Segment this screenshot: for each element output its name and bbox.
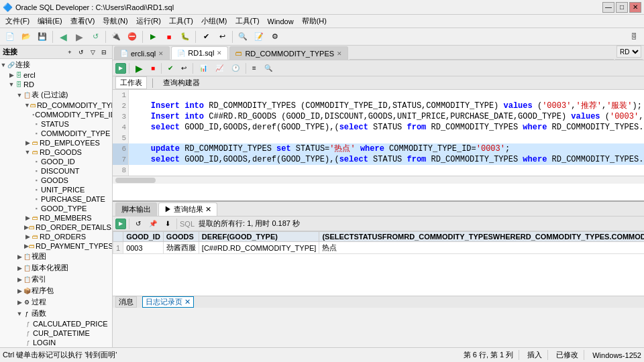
menu-help[interactable]: 帮助(H)	[298, 15, 331, 27]
msg-tab[interactable]: 消息	[115, 296, 137, 308]
menu-nav[interactable]: 导航(N)	[99, 15, 131, 27]
tab-query-result[interactable]: ▶ 查询结果 ✕	[158, 202, 217, 216]
rollback-btn[interactable]: ↩	[178, 63, 190, 73]
col-header-goods[interactable]: GOODS	[163, 232, 199, 242]
connection-tree[interactable]: ▼ 🔗 连接 ▶ 🗄 ercl ▼ 🗄 RD ▼ 📋 表 (已过滤)	[0, 59, 112, 347]
tree-item-employees[interactable]: ▶ 🗃 RD_EMPLOYEES	[0, 138, 112, 147]
tab-close-ercli[interactable]: ✕	[158, 50, 164, 57]
tree-item-col-good-type[interactable]: ▪ GOOD_TYPE	[0, 204, 112, 213]
toolbar-forward[interactable]: ▶	[72, 30, 87, 44]
tree-root-connections[interactable]: ▼ 🔗 连接	[0, 59, 112, 70]
tree-item-col-unit-price[interactable]: ▪ UNIT_PRICE	[0, 185, 112, 194]
toolbar-rollback[interactable]: ↩	[215, 30, 229, 44]
line-content[interactable]: Insert into C##RD.RD_GOODS (GOOD_ID,DISC…	[129, 111, 644, 122]
tree-item-versioned-views[interactable]: ▶ 📋 版本化视图	[0, 262, 112, 274]
tab-rd1[interactable]: 📄 RD1.sql ✕	[171, 46, 228, 60]
tree-item-orders[interactable]: ▶ 🗃 RD_ORDERS	[0, 232, 112, 241]
tree-item-tables[interactable]: ▼ 📋 表 (已过滤)	[0, 89, 112, 101]
menu-team[interactable]: 小组(M)	[197, 15, 231, 27]
commit-btn[interactable]: ✔	[164, 63, 176, 73]
tree-item-views[interactable]: ▶ 📋 视图	[0, 251, 112, 262]
line-content[interactable]: update RD_COMMODITY_TYPES set STATUS='热点…	[129, 143, 644, 154]
tree-item-packages[interactable]: ▶ 📦 程序包	[0, 285, 112, 296]
maximize-button[interactable]: □	[616, 2, 628, 13]
menu-file[interactable]: 文件(F)	[1, 15, 34, 27]
tree-item-payment-types[interactable]: ▶ 🗃 RD_PAYMENT_TYPES	[0, 241, 112, 251]
run-script-btn[interactable]: ▶	[115, 63, 126, 74]
autotrace-btn[interactable]: 📈	[212, 63, 227, 73]
menu-tool[interactable]: 工具(T)	[165, 15, 197, 27]
tree-item-col-commodity-type[interactable]: ▪ COMMODITY_TYPE	[0, 129, 112, 138]
toolbar-more[interactable]: ⚙	[268, 30, 282, 44]
tree-item-functions[interactable]: ▼ ƒ 函数	[0, 308, 112, 319]
format-btn[interactable]: ≡	[249, 63, 260, 73]
tab-close-rd1[interactable]: ✕	[217, 50, 222, 56]
result-export-btn[interactable]: ⬇	[162, 219, 174, 229]
refresh-btn[interactable]: ↺	[76, 48, 87, 57]
menu-view[interactable]: 查看(V)	[66, 15, 99, 27]
line-content[interactable]	[129, 90, 644, 101]
builder-tab[interactable]: 查询构建器	[158, 76, 205, 89]
run-btn[interactable]: ▶	[132, 62, 146, 75]
toolbar-run[interactable]: ▶	[146, 30, 160, 44]
toolbar-format[interactable]: 📝	[252, 30, 266, 44]
tree-item-col-commodity-type-id[interactable]: ▪ COMMODITY_TYPE_ID	[0, 110, 112, 119]
toolbar-save[interactable]: 💾	[35, 30, 50, 44]
toolbar-disconnect[interactable]: ⛔	[125, 30, 140, 44]
toolbar-open[interactable]: 📂	[19, 30, 34, 44]
toolbar-back[interactable]: ◀	[56, 30, 70, 44]
toolbar-connect[interactable]: 🔌	[109, 30, 123, 44]
menu-run[interactable]: 运行(R)	[132, 15, 165, 27]
tree-item-cur-datetime[interactable]: ƒ CUR_DATETIME	[0, 328, 112, 338]
line-content[interactable]	[129, 133, 644, 143]
tree-item-col-purchase-date[interactable]: ▪ PURCHASE_DATE	[0, 194, 112, 204]
tree-item-login[interactable]: ƒ LOGIN	[0, 338, 112, 347]
menu-window[interactable]: Window	[264, 16, 298, 27]
result-pin-btn[interactable]: 📌	[146, 219, 160, 229]
workspace-tab[interactable]: 工作表	[115, 76, 147, 89]
menu-edit[interactable]: 编辑(E)	[34, 15, 66, 27]
col-header-deref[interactable]: DEREF(GOOD_TYPE)	[199, 232, 319, 242]
explain-btn[interactable]: 📊	[196, 63, 211, 73]
log-tab[interactable]: 日志记录页 ✕	[142, 296, 194, 308]
toolbar-refresh[interactable]: ↺	[88, 30, 103, 44]
tree-item-indexes[interactable]: ▶ 📋 索引	[0, 274, 112, 285]
history-btn[interactable]: 🕐	[228, 63, 243, 73]
tree-item-col-goods[interactable]: ▪ GOODS	[0, 176, 112, 185]
filter-btn[interactable]: ▽	[87, 48, 98, 57]
search-btn[interactable]: 🔍	[261, 63, 276, 73]
tab-script-output[interactable]: 脚本输出	[115, 202, 157, 216]
tree-item-col-good-id[interactable]: ▪ GOOD_ID	[0, 157, 112, 166]
col-header-status-subq[interactable]: (SELECTSTATUSFROMRD_COMMODITY_TYPESWHERE…	[319, 232, 644, 242]
tree-item-goods[interactable]: ▼ 🗃 RD_GOODS	[0, 147, 112, 157]
toolbar-stop[interactable]: ■	[162, 30, 176, 44]
tree-item-rd[interactable]: ▼ 🗄 RD	[0, 80, 112, 89]
col-header-good-id[interactable]: GOOD_ID	[123, 232, 164, 242]
line-content[interactable]	[129, 165, 644, 176]
tree-item-members[interactable]: ▶ 🗃 RD_MEMBERS	[0, 213, 112, 223]
toolbar-commit[interactable]: ✔	[199, 30, 213, 44]
tree-item-order-details[interactable]: ▶ 🗃 RD_ORDER_DETAILSS	[0, 223, 112, 232]
connection-select[interactable]: RD	[616, 46, 641, 58]
new-connection-btn[interactable]: +	[64, 48, 75, 57]
hscroll[interactable]	[113, 176, 644, 184]
tree-item-commodity-types[interactable]: ▼ 🗃 RD_COMMODITY_TYPES	[0, 101, 112, 110]
menu-tools2[interactable]: 工具(T)	[231, 15, 264, 27]
result-table-area[interactable]: GOOD_ID GOODS DEREF(GOOD_TYPE) (SELECTST…	[113, 231, 644, 296]
tree-item-calc-price[interactable]: ƒ CALCULATED_PRICE	[0, 319, 112, 328]
result-refresh-btn[interactable]: ↺	[132, 219, 144, 229]
tree-item-procedures[interactable]: ▶ ⚙ 过程	[0, 296, 112, 308]
tree-item-col-discount[interactable]: ▪ DISCOUNT	[0, 166, 112, 176]
toolbar-find[interactable]: 🔍	[235, 30, 250, 44]
tab-ercli[interactable]: 📄 ercli.sql ✕	[114, 46, 170, 60]
line-content[interactable]: Insert into RD_COMMODITY_TYPES (COMMODIT…	[129, 101, 644, 111]
stop-btn[interactable]: ■	[148, 63, 158, 73]
result-run-btn[interactable]: ▶	[115, 219, 126, 229]
tab-close-ct[interactable]: ✕	[337, 50, 342, 57]
line-content[interactable]: select GOOD_ID,GOODS,deref(GOOD_TYPE),(s…	[129, 154, 644, 165]
toolbar-debug[interactable]: 🐛	[178, 30, 193, 44]
toolbar-db-icon[interactable]: 🗄	[627, 30, 641, 44]
tree-item-ercl[interactable]: ▶ 🗄 ercl	[0, 70, 112, 80]
sql-code-area[interactable]: 1 2 Insert into RD_COMMODITY_TYPES (COMM…	[113, 90, 644, 176]
minimize-button[interactable]: —	[602, 2, 614, 13]
